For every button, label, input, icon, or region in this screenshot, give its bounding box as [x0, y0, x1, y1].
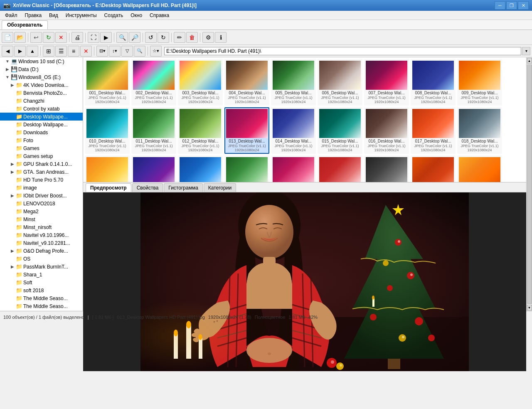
rotate-left-button[interactable]: ↺	[145, 32, 157, 43]
menu-view[interactable]: Вид	[46, 12, 62, 19]
tree-item-passmark[interactable]: ▶ 📁 PassMark BurnInT...	[0, 263, 83, 271]
thumbnail-item-26[interactable]: 026_Desktop Wal...JPEG TrueColor (v1.1)1…	[411, 155, 456, 182]
close-button[interactable]: ✕	[518, 1, 529, 10]
tree-item-benvista[interactable]: 📁 Benvista PhotoZo...	[0, 89, 83, 97]
filter-btn[interactable]: ▽	[121, 46, 133, 57]
thumbnail-item-19[interactable]: 019_Desktop Wal...JPEG TrueColor (v1.1)1…	[85, 155, 130, 182]
tree-item-foto[interactable]: 📁 Foto	[0, 136, 83, 144]
tree-item-middle2[interactable]: 📁 The Middle Seaso...	[0, 302, 83, 310]
thumbnail-item-6[interactable]: 006_Desktop Wal...JPEG TrueColor (v1.1)1…	[318, 59, 362, 106]
fav-btn[interactable]: ☆▾	[150, 46, 162, 57]
view-mode-btn[interactable]: ⊟▾	[96, 46, 108, 57]
new-button[interactable]: 📄	[2, 32, 13, 43]
scroll-thumb[interactable]	[527, 64, 532, 304]
preview-tab-histogram[interactable]: Гистограмма	[164, 183, 202, 192]
thumbnail-item-24[interactable]: 024_Desktop Wal...JPEG TrueColor (v1.1)1…	[318, 155, 362, 182]
thumbnail-item-27[interactable]: 027_Desktop Wal...JPEG TrueColor (v1.1)1…	[457, 155, 502, 182]
thumbnail-area[interactable]: 001_Desktop Wal...JPEG TrueColor (v1.1)1…	[83, 57, 526, 182]
thumbnail-item-21[interactable]: 021_Desktop Wal...JPEG TrueColor (v1.1)1…	[178, 155, 223, 182]
thumbnail-item-20[interactable]: 020_Desktop Wal...JPEG TrueColor (v1.1)1…	[131, 155, 176, 182]
thumbnail-item-23[interactable]: 023_Desktop Wal...JPEG TrueColor (v1.1)1…	[271, 155, 316, 182]
menu-create[interactable]: Создать	[101, 12, 127, 19]
search-btn[interactable]: 🔍	[134, 46, 145, 57]
scroll-down-button[interactable]: ▼	[527, 305, 532, 310]
thumbnail-item-2[interactable]: 002_Desktop Wal...JPEG TrueColor (v1.1)1…	[131, 59, 176, 106]
thumbnail-item-4[interactable]: 004_Desktop Wal...JPEG TrueColor (v1.1)1…	[224, 59, 269, 106]
tree-item-navitel1[interactable]: 📁 Navitel v9.10.1996...	[0, 231, 83, 239]
edit-button[interactable]: ✏	[174, 32, 185, 43]
tree-item-navitel2[interactable]: 📁 Navitel_v9.10.2281...	[0, 239, 83, 247]
expand-icon[interactable]: ▶	[10, 249, 15, 253]
tree-item-image[interactable]: 📁 image	[0, 184, 83, 192]
thumbnail-item-8[interactable]: 008_Desktop Wal...JPEG TrueColor (v1.1)1…	[411, 59, 456, 106]
tree-item-mega2[interactable]: 📁 Mega2	[0, 207, 83, 215]
tree-item-minst[interactable]: 📁 Minst	[0, 215, 83, 223]
tree-item-desktop-wallpapers[interactable]: 📁 Desktop Wallpape...	[0, 113, 83, 121]
tree-item-c-drive[interactable]: ▼ 💻 Windows 10 ssd (C:)	[0, 57, 83, 65]
nav-delete[interactable]: ✕	[80, 46, 92, 57]
back-button[interactable]: ↩	[30, 32, 42, 43]
thumbnail-item-14[interactable]: 014_Desktop Wal...JPEG TrueColor (v1.1)1…	[271, 107, 316, 154]
menu-help[interactable]: Справка	[146, 12, 172, 19]
view-thumbnails[interactable]: ⊞	[43, 46, 54, 57]
delete-button[interactable]: 🗑	[186, 32, 198, 43]
minimize-button[interactable]: ─	[495, 1, 505, 10]
tree-item-downloads[interactable]: 📁 Downloads	[0, 128, 83, 136]
fullscreen-button[interactable]: ⛶	[88, 32, 99, 43]
menu-window[interactable]: Окно	[127, 12, 145, 19]
thumbnail-item-18[interactable]: 018_Desktop Wal...JPEG TrueColor (v1.1)1…	[457, 107, 502, 154]
address-bar-input[interactable]	[164, 47, 521, 55]
expand-icon[interactable]: ▼	[5, 59, 10, 64]
refresh-button[interactable]: ↻	[43, 32, 54, 43]
scroll-up-button[interactable]: ▲	[527, 58, 532, 64]
thumbnail-item-15[interactable]: 015_Desktop Wal...JPEG TrueColor (v1.1)1…	[318, 107, 362, 154]
tree-item-shara[interactable]: 📁 Shara_1	[0, 271, 83, 278]
tree-item-d-drive[interactable]: ▶ 💾 Data (D:)	[0, 65, 83, 73]
thumbnail-item-10[interactable]: 010_Desktop Wal...JPEG TrueColor (v1.1)1…	[85, 107, 130, 154]
tab-browser[interactable]: Обозреватель	[2, 20, 48, 30]
thumbnail-item-1[interactable]: 001_Desktop Wal...JPEG TrueColor (v1.1)1…	[85, 59, 130, 106]
nav-back[interactable]: ◀	[2, 46, 13, 57]
thumbnail-item-22[interactable]: 022_Desktop Wal...JPEG TrueColor (v1.1)1…	[224, 155, 269, 182]
expand-icon[interactable]: ▶	[10, 193, 15, 198]
tree-item-control[interactable]: 📁 Control by xatab	[0, 105, 83, 113]
tree-item-4k[interactable]: ▶ 📁 4K Video Downloa...	[0, 81, 83, 89]
tree-item-e-drive[interactable]: ▼ 💾 Windows8_OS (E:)	[0, 73, 83, 81]
thumbnail-item-3[interactable]: 003_Desktop Wal...JPEG TrueColor (v1.1)1…	[178, 59, 223, 106]
expand-icon[interactable]: ▶	[10, 264, 15, 269]
tree-item-oo-defrag[interactable]: ▶ 📁 O&O Defrag Profe...	[0, 247, 83, 255]
menu-edit[interactable]: Правка	[22, 12, 45, 19]
nav-forward[interactable]: ▶	[14, 46, 26, 57]
print-button[interactable]: 🖨	[71, 32, 83, 43]
tree-item-os[interactable]: 📁 OS	[0, 255, 83, 263]
tree-item-gpu-shark[interactable]: ▶ 📁 GPU Shark 0.14.1.0...	[0, 160, 83, 168]
nav-up[interactable]: ▲	[27, 46, 38, 57]
thumbnail-item-9[interactable]: 009_Desktop Wal...JPEG TrueColor (v1.1)1…	[457, 59, 502, 106]
tree-item-soft[interactable]: 📁 Soft	[0, 278, 83, 286]
tree-item-iobit[interactable]: ▶ 📁 IObit Driver Boost...	[0, 192, 83, 200]
thumbnail-item-12[interactable]: 012_Desktop Wal...JPEG TrueColor (v1.1)1…	[178, 107, 223, 154]
tree-item-soft2018[interactable]: 📁 soft 2018	[0, 286, 83, 294]
preview-tab-categories[interactable]: Категории	[204, 183, 236, 192]
open-button[interactable]: 📂	[14, 32, 26, 43]
tree-item-games-setup[interactable]: 📁 Games setup	[0, 152, 83, 160]
expand-icon[interactable]: ▼	[5, 75, 10, 79]
tree-item-games[interactable]: 📁 Games	[0, 144, 83, 152]
restore-button[interactable]: ❐	[506, 1, 517, 10]
expand-icon[interactable]: ▶	[10, 162, 15, 166]
thumbnail-item-11[interactable]: 011_Desktop Wal...JPEG TrueColor (v1.1)1…	[131, 107, 176, 154]
view-list[interactable]: ☰	[55, 46, 67, 57]
thumbnail-item-5[interactable]: 005_Desktop Wal...JPEG TrueColor (v1.1)1…	[271, 59, 316, 106]
zoom-in-button[interactable]: 🔍	[116, 32, 128, 43]
thumbnail-item-7[interactable]: 007_Desktop Wal...JPEG TrueColor (v1.1)1…	[364, 59, 409, 106]
thumbnail-item-25[interactable]: 025_Desktop Wal...JPEG TrueColor (v1.1)1…	[364, 155, 409, 182]
slideshow-button[interactable]: ▶	[100, 32, 112, 43]
thumbnail-item-13[interactable]: 013_Desktop Wal...JPEG TrueColor (v1.1)1…	[224, 107, 269, 154]
expand-icon[interactable]: ▶	[10, 170, 15, 174]
rotate-right-button[interactable]: ↻	[158, 32, 169, 43]
properties-button[interactable]: ⚙	[202, 32, 214, 43]
thumbnail-item-16[interactable]: 016_Desktop Wal...JPEG TrueColor (v1.1)1…	[364, 107, 409, 154]
preview-tab-preview[interactable]: Предпросмотр	[86, 183, 131, 192]
preview-tab-properties[interactable]: Свойства	[132, 183, 163, 192]
tree-item-lenovo[interactable]: 📁 LENOVO2018	[0, 200, 83, 207]
